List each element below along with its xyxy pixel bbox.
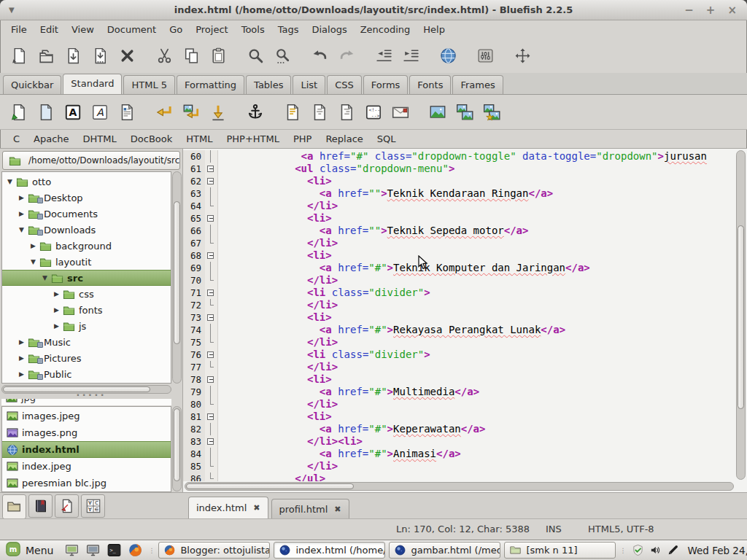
- tab-frames[interactable]: Frames: [452, 75, 503, 94]
- tab-quickbar[interactable]: Quickbar: [3, 75, 61, 94]
- tree-item-otto[interactable]: ▼otto: [2, 174, 171, 190]
- fold-collapse-icon[interactable]: [205, 411, 218, 423]
- fold-collapse-icon[interactable]: [205, 287, 218, 299]
- expand-arrow-icon[interactable]: ▶: [17, 210, 26, 217]
- code-line-86[interactable]: 86 </ul>: [183, 472, 735, 481]
- line-number[interactable]: 75: [183, 336, 205, 349]
- tree-item-downloads[interactable]: ▼Downloads: [2, 222, 171, 238]
- tree-item-css[interactable]: ▶css: [2, 286, 171, 302]
- menu-tools[interactable]: Tools: [235, 22, 271, 37]
- tab-forms[interactable]: Forms: [363, 75, 409, 94]
- taskbar-window-firefox[interactable]: Blogger: ottojulista...: [158, 542, 270, 559]
- line-number[interactable]: 62: [183, 175, 205, 187]
- center-button[interactable]: [308, 101, 331, 124]
- menu-dialogs[interactable]: Dialogs: [306, 22, 354, 37]
- tree-item-public[interactable]: ▶Public: [2, 366, 171, 382]
- fold-collapse-icon[interactable]: [205, 435, 218, 448]
- scrollbar-thumb[interactable]: [174, 201, 180, 344]
- panel-tab-charmap[interactable]: ∀C∀∈: [81, 494, 105, 518]
- line-number[interactable]: 86: [183, 472, 205, 481]
- fold-collapse-icon[interactable]: [205, 349, 218, 361]
- updates-shield-tray[interactable]: [632, 544, 644, 556]
- terminal-launcher[interactable]: >_: [104, 542, 123, 559]
- line-number[interactable]: 68: [183, 249, 205, 262]
- quickstart-button[interactable]: [7, 101, 31, 124]
- line-number[interactable]: 73: [183, 311, 205, 324]
- tree-item-documents[interactable]: ▶Documents: [2, 206, 171, 222]
- file-item-images.png[interactable]: images.png: [2, 424, 171, 441]
- code-line-75[interactable]: 75 </li>: [183, 336, 735, 349]
- preview-browser-button[interactable]: [436, 44, 460, 67]
- anchor-button[interactable]: [244, 101, 267, 124]
- clock[interactable]: Wed Feb 24, 13:23: [684, 545, 747, 556]
- code-line-67[interactable]: 67 </li>: [183, 237, 735, 249]
- code-line-79[interactable]: 79 <a href="#">Multimedia</a>: [183, 386, 735, 398]
- panel-tab-snippets[interactable]: [55, 494, 79, 518]
- code-line-85[interactable]: 85 </li>: [183, 460, 735, 472]
- new-document-button[interactable]: [7, 44, 31, 67]
- lang-tab-php-html[interactable]: PHP+HTML: [220, 131, 285, 147]
- mint-menu-button[interactable]: m Menu: [4, 540, 59, 560]
- tab-html-5[interactable]: HTML 5: [123, 75, 175, 94]
- expand-arrow-icon[interactable]: ▶: [17, 370, 26, 378]
- lang-tab-docbook[interactable]: DocBook: [125, 131, 178, 147]
- code-line-69[interactable]: 69 <a href="#">Teknik Komputer dan Jarin…: [183, 262, 735, 274]
- close-document-button[interactable]: [115, 44, 139, 67]
- indent-button[interactable]: [399, 44, 422, 67]
- preferences-button[interactable]: [473, 44, 497, 67]
- nbsp-button[interactable]: [206, 101, 230, 124]
- code-line-64[interactable]: 64 </li>: [183, 200, 735, 212]
- lang-tab-c[interactable]: C: [7, 131, 26, 147]
- panel-tab-bookmarks[interactable]: [28, 494, 53, 518]
- code-line-83[interactable]: 83 </li><li>: [183, 435, 735, 448]
- code-editor[interactable]: 60 <a href="#" class="dropdown-toggle" d…: [182, 149, 747, 492]
- fold-collapse-icon[interactable]: [205, 249, 218, 262]
- line-number[interactable]: 70: [183, 274, 205, 287]
- menu-project[interactable]: Project: [189, 22, 234, 37]
- file-item-peresmian-blc.jpg[interactable]: peresmian blc.jpg: [2, 475, 171, 491]
- code-line-80[interactable]: 80 </li>: [183, 398, 735, 411]
- lang-tab-dhtml[interactable]: DHTML: [77, 131, 123, 147]
- code-line-82[interactable]: 82 <a href="#">Keperawatan</a>: [183, 423, 735, 435]
- code-line-66[interactable]: 66 <a href="">Teknik Sepeda motor</a>: [183, 225, 735, 237]
- code-line-78[interactable]: 78 <li>: [183, 373, 735, 386]
- volume-tray[interactable]: [649, 544, 662, 556]
- tab-list[interactable]: List: [293, 75, 325, 94]
- directory-selector[interactable]: /home/otto/Downloads/layoutit/src ▼: [2, 151, 180, 170]
- code-line-68[interactable]: 68 <li>: [183, 249, 735, 262]
- fold-collapse-icon[interactable]: [205, 163, 218, 175]
- file-item-index.html[interactable]: index.html: [2, 441, 171, 458]
- expand-arrow-icon[interactable]: ▶: [52, 306, 61, 314]
- find-button[interactable]: [244, 44, 267, 67]
- code-line-74[interactable]: 74 <a href="#">Rekayasa Perangkat Lunak<…: [183, 324, 735, 336]
- comment-button[interactable]: <!---->: [362, 101, 385, 124]
- tab-tables[interactable]: Tables: [246, 75, 291, 94]
- scrollbar-thumb[interactable]: [174, 408, 180, 481]
- copy-button[interactable]: [179, 44, 203, 67]
- div-button[interactable]: [281, 101, 304, 124]
- fullscreen-button[interactable]: [511, 44, 534, 67]
- code-line-72[interactable]: 72 </li>: [183, 299, 735, 311]
- tab-standard[interactable]: Standard: [63, 74, 122, 94]
- code-line-84[interactable]: 84 <a href="#">Animasi</a>: [183, 448, 735, 460]
- expand-arrow-icon[interactable]: ▶: [28, 242, 38, 249]
- code-line-60[interactable]: 60 <a href="#" class="dropdown-toggle" d…: [183, 150, 735, 163]
- bold-button[interactable]: A: [61, 101, 85, 124]
- file-item-index.jpeg[interactable]: index.jpeg: [2, 458, 171, 475]
- taskbar-window-folder[interactable]: [smk n 11]: [504, 542, 616, 559]
- code-line-81[interactable]: 81 <li>: [183, 411, 735, 423]
- unindent-button[interactable]: [372, 44, 395, 67]
- paste-button[interactable]: [206, 44, 230, 67]
- tree-vertical-scrollbar[interactable]: [172, 171, 182, 384]
- line-number[interactable]: 80: [183, 398, 205, 411]
- open-document-button[interactable]: [34, 44, 58, 67]
- expand-arrow-icon[interactable]: ▶: [52, 322, 61, 330]
- tab-formatting[interactable]: Formatting: [177, 75, 244, 94]
- tab-fonts[interactable]: Fonts: [409, 75, 451, 94]
- line-number[interactable]: 76: [183, 349, 205, 361]
- line-number[interactable]: 77: [183, 361, 205, 373]
- image-button[interactable]: [426, 101, 449, 124]
- collapse-arrow-icon[interactable]: ▼: [5, 178, 15, 185]
- lang-tab-html[interactable]: HTML: [180, 131, 218, 147]
- expand-arrow-icon[interactable]: ▶: [52, 290, 61, 298]
